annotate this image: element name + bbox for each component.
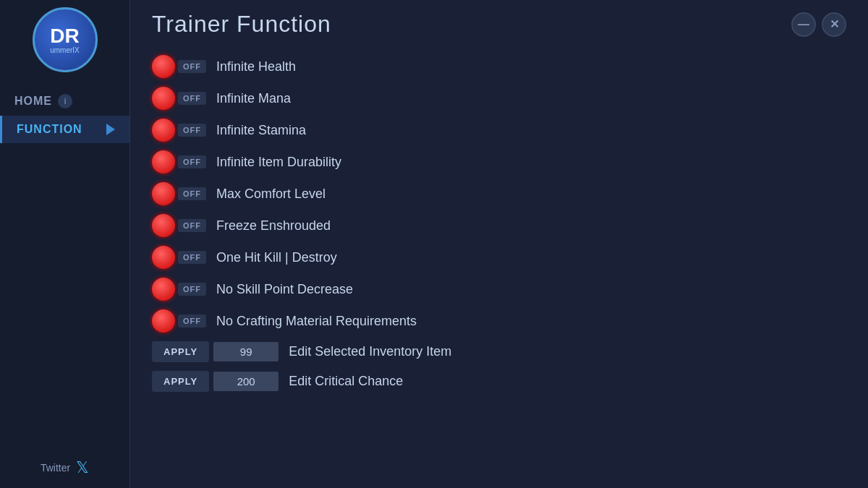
logo-dr: DR [50, 26, 79, 46]
sidebar: DR ummerIX HOME i FUNCTION Twitter 𝕏 [0, 0, 130, 488]
toggle-button-one-hit-kill[interactable]: OFF [152, 246, 206, 269]
close-button[interactable]: ✕ [822, 12, 846, 37]
toggle-row-infinite-item-durability[interactable]: OFF Infinite Item Durability [152, 147, 846, 176]
toggle-indicator-infinite-item-durability [152, 150, 175, 174]
apply-button-edit-inventory[interactable]: APPLY [152, 341, 209, 362]
toggle-indicator-infinite-stamina [152, 119, 175, 142]
toggle-button-infinite-health[interactable]: OFF [152, 55, 206, 78]
toggle-state-infinite-item-durability: OFF [178, 155, 206, 168]
twitter-label: Twitter [41, 462, 70, 474]
toggle-indicator-no-skill-point-decrease [152, 278, 175, 301]
apply-row-edit-critical: APPLY 200 Edit Critical Chance [152, 368, 846, 395]
twitter-icon: 𝕏 [76, 458, 89, 477]
toggle-state-no-skill-point-decrease: OFF [178, 283, 206, 296]
toggle-row-no-skill-point-decrease[interactable]: OFF No Skill Point Decrease [152, 275, 846, 304]
toggle-label-no-crafting-material: No Crafting Material Requirements [216, 314, 417, 329]
toggle-indicator-freeze-enshrouded [152, 214, 175, 237]
sidebar-label-home: HOME [14, 95, 52, 108]
toggle-button-max-comfort-level[interactable]: OFF [152, 182, 206, 205]
toggle-row-no-crafting-material[interactable]: OFF No Crafting Material Requirements [152, 307, 846, 335]
content-area: OFF Infinite Health OFF Infinite Mana OF… [130, 45, 868, 488]
twitter-section[interactable]: Twitter 𝕏 [26, 448, 103, 488]
toggle-row-infinite-health[interactable]: OFF Infinite Health [152, 52, 846, 81]
toggle-state-no-crafting-material: OFF [178, 314, 206, 328]
minimize-button[interactable]: — [791, 12, 816, 37]
apply-value-edit-critical[interactable]: 200 [213, 372, 278, 391]
toggle-button-no-skill-point-decrease[interactable]: OFF [152, 278, 206, 301]
toggle-indicator-one-hit-kill [152, 246, 175, 269]
sidebar-item-function[interactable]: FUNCTION [0, 116, 129, 143]
toggle-row-one-hit-kill[interactable]: OFF One Hit Kill | Destroy [152, 243, 846, 272]
window-controls: — ✕ [791, 12, 846, 37]
apply-button-edit-critical[interactable]: APPLY [152, 371, 209, 392]
toggle-button-infinite-item-durability[interactable]: OFF [152, 150, 206, 174]
toggle-button-infinite-stamina[interactable]: OFF [152, 119, 206, 142]
toggle-state-infinite-stamina: OFF [178, 124, 206, 137]
toggle-state-one-hit-kill: OFF [178, 251, 206, 264]
toggle-button-no-crafting-material[interactable]: OFF [152, 309, 206, 333]
toggle-indicator-infinite-mana [152, 87, 175, 110]
toggle-label-max-comfort-level: Max Comfort Level [216, 187, 326, 202]
toggle-label-infinite-item-durability: Infinite Item Durability [216, 155, 341, 170]
toggle-state-max-comfort-level: OFF [178, 187, 206, 200]
toggle-indicator-infinite-health [152, 55, 175, 78]
logo-sub: ummerIX [50, 46, 80, 54]
toggle-label-infinite-mana: Infinite Mana [216, 91, 291, 106]
toggle-indicator-max-comfort-level [152, 182, 175, 205]
sidebar-item-home[interactable]: HOME i [0, 87, 129, 116]
toggle-row-max-comfort-level[interactable]: OFF Max Comfort Level [152, 179, 846, 208]
logo: DR ummerIX [33, 7, 98, 72]
toggle-row-infinite-stamina[interactable]: OFF Infinite Stamina [152, 116, 846, 145]
toggle-button-freeze-enshrouded[interactable]: OFF [152, 214, 206, 237]
toggle-state-infinite-health: OFF [178, 60, 206, 73]
toggle-label-one-hit-kill: One Hit Kill | Destroy [216, 250, 337, 265]
toggle-label-no-skill-point-decrease: No Skill Point Decrease [216, 282, 353, 297]
toggle-indicator-no-crafting-material [152, 309, 175, 333]
toggle-button-infinite-mana[interactable]: OFF [152, 87, 206, 110]
header: Trainer Function — ✕ [130, 0, 868, 45]
toggle-row-infinite-mana[interactable]: OFF Infinite Mana [152, 84, 846, 113]
chevron-right-icon [106, 124, 115, 135]
main-panel: Trainer Function — ✕ OFF Infinite Health… [130, 0, 868, 488]
toggle-state-freeze-enshrouded: OFF [178, 219, 206, 232]
page-title: Trainer Function [152, 11, 331, 38]
apply-row-edit-inventory: APPLY 99 Edit Selected Inventory Item [152, 338, 846, 365]
apply-label-edit-inventory: Edit Selected Inventory Item [289, 344, 451, 359]
apply-value-edit-inventory[interactable]: 99 [213, 342, 278, 361]
sidebar-label-function: FUNCTION [17, 123, 82, 136]
toggle-label-freeze-enshrouded: Freeze Enshrouded [216, 218, 331, 234]
toggle-row-freeze-enshrouded[interactable]: OFF Freeze Enshrouded [152, 211, 846, 240]
info-icon[interactable]: i [58, 94, 72, 108]
toggle-label-infinite-stamina: Infinite Stamina [216, 123, 306, 138]
toggle-label-infinite-health: Infinite Health [216, 59, 296, 74]
toggle-state-infinite-mana: OFF [178, 92, 206, 105]
apply-label-edit-critical: Edit Critical Chance [289, 374, 403, 389]
